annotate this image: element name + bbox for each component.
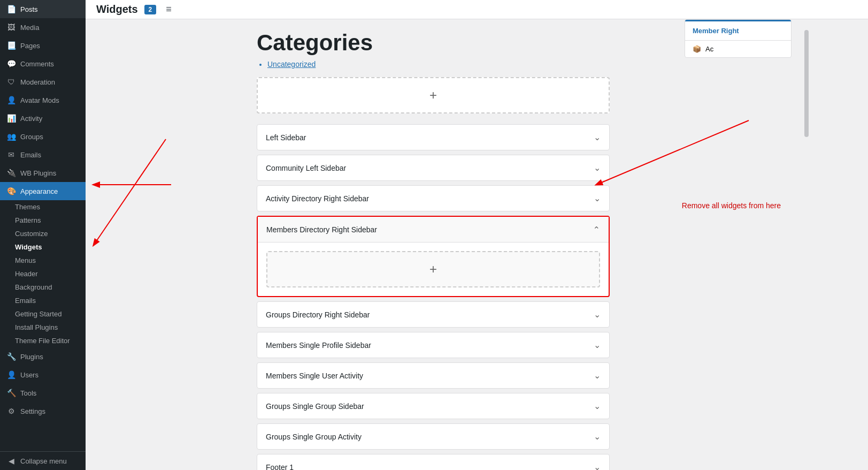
- section-groups-single-group-sidebar: Groups Single Group Sidebar⌄: [257, 393, 610, 419]
- section-header-left-sidebar[interactable]: Left Sidebar⌄: [257, 125, 609, 150]
- section-label-members-single-profile-sidebar: Members Single Profile Sidebar: [266, 341, 371, 350]
- category-item[interactable]: Uncategorized: [267, 60, 610, 69]
- sidebar-item-tools[interactable]: 🔨 Tools: [0, 384, 86, 402]
- sidebar-item-emails[interactable]: ✉ Emails: [0, 146, 86, 164]
- submenu-themes[interactable]: Themes: [0, 200, 86, 214]
- chevron-icon-left-sidebar: ⌄: [594, 132, 601, 142]
- posts-icon: 📄: [6, 4, 16, 14]
- section-label-activity-directory-right-sidebar: Activity Directory Right Sidebar: [266, 194, 369, 203]
- section-groups-directory-right-sidebar: Groups Directory Right Sidebar⌄: [257, 301, 610, 328]
- sidebar-item-media[interactable]: 🖼 Media: [0, 18, 86, 36]
- submenu-install-plugins[interactable]: Install Plugins: [0, 321, 86, 334]
- pages-icon: 📃: [6, 41, 16, 50]
- right-tabs-panel: Member Right 📦 Ac: [685, 19, 792, 58]
- appearance-icon: 🎨: [6, 186, 16, 196]
- section-label-community-left-sidebar: Community Left Sidebar: [266, 164, 346, 172]
- sidebar-item-posts[interactable]: 📄 Posts: [0, 0, 86, 18]
- right-panel: Member Right 📦 Ac Remove all widgets fro…: [620, 19, 802, 470]
- section-header-groups-single-group-activity[interactable]: Groups Single Group Activity⌄: [257, 424, 609, 449]
- emails-icon: ✉: [6, 150, 16, 160]
- content-area: Categories Uncategorized + Left Sidebar⌄…: [86, 19, 868, 470]
- submenu-background[interactable]: Background: [0, 281, 86, 294]
- section-header-activity-directory-right-sidebar[interactable]: Activity Directory Right Sidebar⌄: [257, 186, 609, 211]
- annotation-text: Remove all widgets from here: [682, 201, 781, 210]
- media-icon: 🖼: [6, 22, 16, 32]
- sidebar-item-comments[interactable]: 💬 Comments: [0, 55, 86, 73]
- section-label-groups-single-group-activity: Groups Single Group Activity: [266, 433, 362, 441]
- activity-icon: 📊: [6, 113, 16, 123]
- add-block-button-top[interactable]: +: [257, 77, 610, 113]
- submenu-menus[interactable]: Menus: [0, 254, 86, 267]
- sidebar-item-appearance[interactable]: 🎨 Appearance: [0, 182, 86, 200]
- submenu-patterns[interactable]: Patterns: [0, 214, 86, 227]
- scrollbar-panel[interactable]: [802, 19, 811, 470]
- sidebar-item-moderation[interactable]: 🛡 Moderation: [0, 73, 86, 91]
- tools-icon: 🔨: [6, 388, 16, 398]
- topbar-menu-button[interactable]: ≡: [163, 3, 175, 16]
- submenu-emails2[interactable]: Emails: [0, 294, 86, 307]
- users-icon: 👤: [6, 370, 16, 380]
- collapse-icon: ◀: [6, 456, 16, 466]
- moderation-icon: 🛡: [6, 77, 16, 87]
- sections-container: Left Sidebar⌄Community Left Sidebar⌄Acti…: [257, 124, 610, 470]
- appearance-submenu: Themes Patterns Customize Widgets Menus …: [0, 200, 86, 347]
- sidebar-item-plugins[interactable]: 🔧 Plugins: [0, 347, 86, 366]
- section-header-footer-1[interactable]: Footer 1⌄: [257, 454, 609, 470]
- sidebar-item-users[interactable]: 👤 Users: [0, 366, 86, 384]
- page-title: Widgets: [96, 3, 138, 16]
- section-community-left-sidebar: Community Left Sidebar⌄: [257, 155, 610, 181]
- submenu-customize[interactable]: Customize: [0, 227, 86, 240]
- sidebar-item-pages[interactable]: 📃 Pages: [0, 36, 86, 55]
- section-header-groups-single-group-sidebar[interactable]: Groups Single Group Sidebar⌄: [257, 393, 609, 419]
- comments-icon: 💬: [6, 59, 16, 69]
- member-right-tab[interactable]: Member Right: [685, 20, 791, 41]
- section-header-members-single-user-activity[interactable]: Members Single User Activity⌄: [257, 363, 609, 388]
- sidebar: 📄 Posts 🖼 Media 📃 Pages 💬 Comments 🛡 Mod…: [0, 0, 86, 470]
- scrollbar-thumb[interactable]: [804, 30, 809, 137]
- collapse-menu[interactable]: ◀ Collapse menu: [0, 451, 86, 470]
- section-header-community-left-sidebar[interactable]: Community Left Sidebar⌄: [257, 155, 609, 180]
- chevron-icon-groups-single-group-activity: ⌄: [594, 431, 601, 442]
- section-members-single-profile-sidebar: Members Single Profile Sidebar⌄: [257, 332, 610, 358]
- chevron-icon-groups-single-group-sidebar: ⌄: [594, 401, 601, 411]
- chevron-icon-community-left-sidebar: ⌄: [594, 163, 601, 173]
- section-header-members-single-profile-sidebar[interactable]: Members Single Profile Sidebar⌄: [257, 332, 609, 358]
- center-panel: Categories Uncategorized + Left Sidebar⌄…: [246, 19, 620, 470]
- sidebar-item-avatar-mods[interactable]: 👤 Avatar Mods: [0, 91, 86, 109]
- section-header-members-directory-right-sidebar[interactable]: Members Directory Right Sidebar⌄: [258, 217, 609, 242]
- categories-title: Categories: [257, 30, 610, 56]
- settings-icon: ⚙: [6, 406, 16, 416]
- main-wrapper: Widgets 2 ≡ Categories Uncategorized + L…: [86, 0, 868, 470]
- submenu-theme-file-editor[interactable]: Theme File Editor: [0, 334, 86, 347]
- section-activity-directory-right-sidebar: Activity Directory Right Sidebar⌄: [257, 185, 610, 211]
- topbar: Widgets 2 ≡: [86, 0, 868, 19]
- plugins-icon: 🔧: [6, 352, 16, 361]
- section-label-groups-single-group-sidebar: Groups Single Group Sidebar: [266, 402, 364, 411]
- section-content-members-directory-right-sidebar: +: [258, 242, 609, 296]
- sidebar-item-groups[interactable]: 👥 Groups: [0, 127, 86, 146]
- section-label-groups-directory-right-sidebar: Groups Directory Right Sidebar: [266, 310, 370, 319]
- chevron-icon-activity-directory-right-sidebar: ⌄: [594, 193, 601, 203]
- section-label-members-directory-right-sidebar: Members Directory Right Sidebar: [266, 225, 377, 234]
- submenu-getting-started[interactable]: Getting Started: [0, 307, 86, 321]
- submenu-header[interactable]: Header: [0, 267, 86, 281]
- section-label-footer-1: Footer 1: [266, 463, 294, 471]
- submenu-widgets[interactable]: Widgets: [0, 240, 86, 254]
- section-left-sidebar: Left Sidebar⌄: [257, 124, 610, 150]
- wb-plugins-icon: 🔌: [6, 168, 16, 178]
- chevron-icon-groups-directory-right-sidebar: ⌄: [594, 309, 601, 320]
- sidebar-item-activity[interactable]: 📊 Activity: [0, 109, 86, 127]
- chevron-icon-members-single-user-activity: ⌄: [594, 370, 601, 381]
- section-members-directory-right-sidebar: Members Directory Right Sidebar⌄+: [257, 216, 610, 297]
- left-spacer: [86, 19, 246, 470]
- section-groups-single-group-activity: Groups Single Group Activity⌄: [257, 423, 610, 450]
- section-label-left-sidebar: Left Sidebar: [266, 133, 306, 142]
- sidebar-item-settings[interactable]: ⚙ Settings: [0, 402, 86, 420]
- sidebar-item-wb-plugins[interactable]: 🔌 WB Plugins: [0, 164, 86, 182]
- section-add-button-members-directory-right-sidebar[interactable]: +: [266, 251, 600, 287]
- groups-icon: 👥: [6, 132, 16, 141]
- section-header-groups-directory-right-sidebar[interactable]: Groups Directory Right Sidebar⌄: [257, 302, 609, 327]
- chevron-icon-members-single-profile-sidebar: ⌄: [594, 340, 601, 350]
- section-label-members-single-user-activity: Members Single User Activity: [266, 372, 363, 380]
- right-panel-item[interactable]: 📦 Ac: [685, 41, 791, 57]
